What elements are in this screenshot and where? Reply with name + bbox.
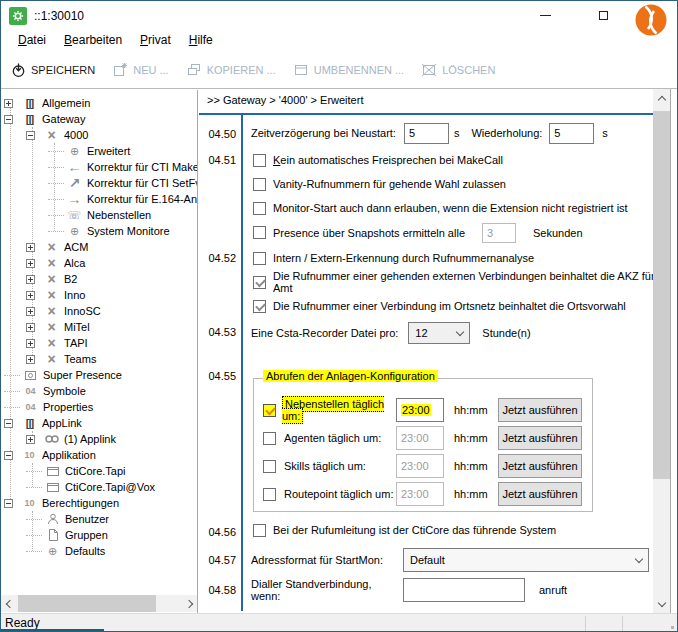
minimize-button[interactable] <box>528 1 562 29</box>
routepoint-time-input[interactable]: 23:00 <box>396 482 444 506</box>
expand-plus-icon[interactable] <box>26 339 35 348</box>
tree-item-symbole[interactable]: 04Symbole <box>1 383 197 399</box>
nebenstellen-job-checkbox[interactable] <box>263 404 276 417</box>
collapse-minus-icon[interactable] <box>4 115 13 124</box>
tree-item-cticore-tapi-vox[interactable]: CtiCore.Tapi@Vox <box>1 479 197 495</box>
expand-plus-icon[interactable] <box>26 243 35 252</box>
tree-item-properties[interactable]: 04Properties <box>1 399 197 415</box>
tree-item-system-monitore[interactable]: ⊕System Monitore <box>1 223 197 239</box>
maximize-button[interactable] <box>586 1 620 29</box>
save-button[interactable]: SPEICHERN <box>10 62 95 78</box>
tree-item-defaults[interactable]: ⊕Defaults <box>1 543 197 559</box>
repeat-label: Wiederholung: <box>471 127 542 139</box>
expand-plus-icon[interactable] <box>26 355 35 364</box>
restart-delay-input[interactable]: 5 <box>404 123 449 144</box>
expand-plus-icon[interactable] <box>26 435 35 444</box>
new-button[interactable]: NEU ... <box>112 62 168 78</box>
menu-hilfe[interactable]: Hilfe <box>180 29 222 51</box>
tree-item-berechtigungen[interactable]: 10Berechtigungen <box>1 495 197 511</box>
x-icon: × <box>41 258 62 268</box>
presence-snapshots-checkbox[interactable] <box>253 226 266 239</box>
scroll-down-icon[interactable] <box>653 594 670 611</box>
rufumleitung-checkbox[interactable] <box>253 524 266 537</box>
expand-plus-icon[interactable] <box>4 99 13 108</box>
tree-item-applink[interactable]: [|]AppLink <box>1 415 197 431</box>
collapse-minus-icon[interactable] <box>4 499 13 508</box>
resize-grip[interactable] <box>671 626 674 629</box>
collapse-minus-icon[interactable] <box>4 451 13 460</box>
tree-item-acm[interactable]: ×ACM <box>1 239 197 255</box>
tree-item-nebenstellen[interactable]: ☏Nebenstellen <box>1 207 197 223</box>
skills-job-checkbox[interactable] <box>263 460 276 473</box>
akz-checkbox[interactable] <box>253 276 266 289</box>
tree-connector <box>26 471 42 472</box>
tree-item-b2[interactable]: ×B2 <box>1 271 197 287</box>
tree-item-korrektur-cti-make[interactable]: ←Korrektur für CTI Make <box>1 159 197 175</box>
run-now-button[interactable]: Jetzt ausführen <box>498 482 582 506</box>
tree-horizontal-scrollbar[interactable] <box>1 595 197 612</box>
tree-connector <box>48 151 64 152</box>
expand-plus-icon[interactable] <box>26 307 35 316</box>
rename-button[interactable]: UMBENENNEN ... <box>293 62 404 78</box>
tree-item-teams[interactable]: ×Teams <box>1 351 197 367</box>
dialler-input[interactable] <box>403 578 525 602</box>
panel-vertical-scrollbar[interactable] <box>653 89 670 613</box>
menu-bearbeiten[interactable]: Bearbeiten <box>55 29 131 51</box>
tree-item-allgemein[interactable]: [|]Allgemein <box>1 95 197 111</box>
scrollbar-thumb[interactable] <box>18 595 156 612</box>
tree-item-gruppen[interactable]: Gruppen <box>1 527 197 543</box>
monitor-start-checkbox[interactable] <box>253 202 266 215</box>
tree-item-cticore-tapi[interactable]: CtiCore.Tapi <box>1 463 197 479</box>
collapse-minus-icon[interactable] <box>4 419 13 428</box>
collapse-minus-icon[interactable] <box>26 131 35 140</box>
tree-item-alca[interactable]: ×Alca <box>1 255 197 271</box>
delete-icon <box>421 62 437 78</box>
skills-time-input[interactable]: 23:00 <box>396 454 444 478</box>
tree-item-gateway[interactable]: [|]Gateway <box>1 111 197 127</box>
tree-item-mitel[interactable]: ×MiTel <box>1 319 197 335</box>
tree-item-innosc[interactable]: ×InnoSC <box>1 303 197 319</box>
vanity-numbers-checkbox[interactable] <box>253 178 266 191</box>
checkbox-label: Kein automatisches Freisprechen bei Make… <box>273 154 503 166</box>
scroll-up-icon[interactable] <box>653 91 670 108</box>
job-label: Nebenstellen täglich um: <box>282 398 396 422</box>
tree-item-erweitert[interactable]: ⊕Erweitert <box>1 143 197 159</box>
csta-recorder-select[interactable]: 12 <box>408 322 470 344</box>
intern-extern-checkbox[interactable] <box>253 252 266 265</box>
agenten-job-checkbox[interactable] <box>263 432 276 445</box>
expand-plus-icon[interactable] <box>26 275 35 284</box>
run-now-button[interactable]: Jetzt ausführen <box>498 426 582 450</box>
repeat-input[interactable]: 5 <box>549 123 594 144</box>
nebenstellen-time-input[interactable]: 23:00 <box>396 398 444 422</box>
no-handsfree-checkbox[interactable] <box>253 154 266 167</box>
expand-plus-icon[interactable] <box>26 259 35 268</box>
tree-item-applikation[interactable]: 10Applikation <box>1 447 197 463</box>
tree-item-korrektur-cti-setfv[interactable]: ↗Korrektur für CTI SetFv <box>1 175 197 191</box>
expand-plus-icon[interactable] <box>26 291 35 300</box>
scroll-right-icon[interactable] <box>180 595 197 612</box>
ortsvorwahl-checkbox[interactable] <box>253 300 266 313</box>
adressformat-select[interactable]: Default <box>403 548 649 572</box>
routepoint-job-checkbox[interactable] <box>263 488 276 501</box>
tree-item-inno[interactable]: ×Inno <box>1 287 197 303</box>
agenten-time-input[interactable]: 23:00 <box>396 426 444 450</box>
menu-privat[interactable]: Privat <box>131 29 180 51</box>
menu-datei[interactable]: Datei <box>9 29 55 51</box>
tree-item-benutzer[interactable]: Benutzer <box>1 511 197 527</box>
run-now-button[interactable]: Jetzt ausführen <box>498 398 582 422</box>
tree-item-tapi[interactable]: ×TAPI <box>1 335 197 351</box>
number-10-icon: 10 <box>19 450 40 460</box>
expand-plus-icon[interactable] <box>26 323 35 332</box>
delete-button[interactable]: LÖSCHEN <box>421 62 495 78</box>
copy-button[interactable]: KOPIEREN ... <box>186 62 276 78</box>
run-now-button[interactable]: Jetzt ausführen <box>498 454 582 478</box>
snapshot-interval-input[interactable]: 3 <box>482 223 516 243</box>
tree-connector <box>26 519 42 520</box>
tree-item-korrektur-e164[interactable]: →Korrektur für E.164-Ana <box>1 191 197 207</box>
tree-item-4000[interactable]: ×4000 <box>1 127 197 143</box>
tree-item-super-presence[interactable]: Super Presence <box>1 367 197 383</box>
scrollbar-thumb[interactable] <box>653 111 670 479</box>
scroll-left-icon[interactable] <box>1 595 18 612</box>
tree-item-1-applink[interactable]: (1) Applink <box>1 431 197 447</box>
statusbar-divider <box>622 616 623 631</box>
